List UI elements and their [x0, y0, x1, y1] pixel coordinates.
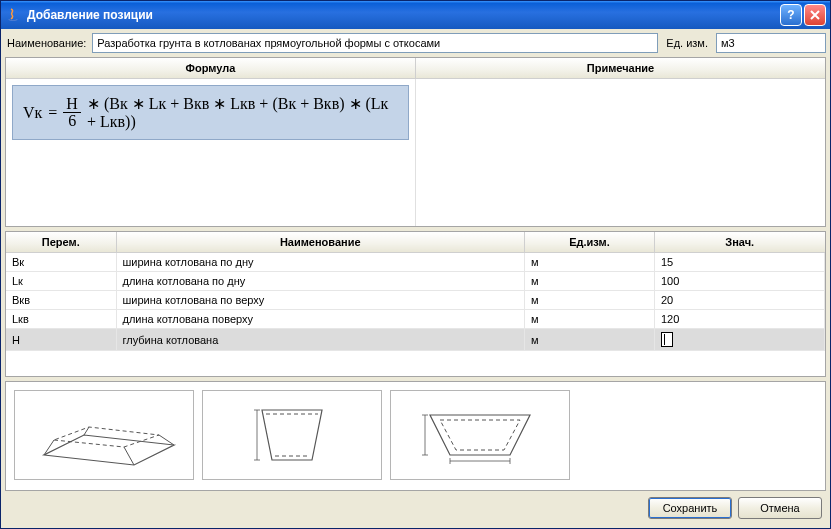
cell-value[interactable]: 100 [655, 272, 825, 291]
cancel-button[interactable]: Отмена [738, 497, 822, 519]
dialog-window: Добавление позиции ? Наименование: Ед. и… [0, 0, 831, 529]
table-row[interactable]: Lкв длина котлована поверху м 120 [6, 310, 825, 329]
shape-thumbnail-top[interactable] [390, 390, 570, 480]
svg-marker-0 [44, 435, 174, 465]
formula-eq: = [48, 104, 57, 122]
cell-unit: м [525, 291, 655, 310]
cell-var: Lкв [6, 310, 116, 329]
fraction-numerator: H [63, 96, 81, 113]
col-header-value[interactable]: Знач. [655, 232, 825, 253]
table-row[interactable]: H глубина котлована м [6, 329, 825, 351]
formula-panel: Формула Примечание Vк = H 6 ∗ (Bк ∗ Lк +… [5, 57, 826, 227]
titlebar[interactable]: Добавление позиции ? [1, 1, 830, 29]
svg-marker-9 [430, 415, 530, 455]
close-button[interactable] [804, 4, 826, 26]
cell-value[interactable]: 20 [655, 291, 825, 310]
formula-fraction: H 6 [63, 96, 81, 129]
variables-table: Перем. Наименование Ед.изм. Знач. Bк шир… [6, 232, 825, 351]
formula-tail: ∗ (Bк ∗ Lк + Bкв ∗ Lкв + (Bк + Bкв) ∗ (L… [87, 94, 398, 131]
cell-var: Bкв [6, 291, 116, 310]
cell-name: глубина котлована [116, 329, 525, 351]
name-row: Наименование: Ед. изм. [5, 33, 826, 53]
table-row[interactable]: Bк ширина котлована по дну м 15 [6, 253, 825, 272]
col-header-formula[interactable]: Формула [6, 58, 416, 79]
svg-marker-6 [262, 410, 322, 460]
name-label: Наименование: [5, 35, 88, 51]
cell-var: H [6, 329, 116, 351]
cell-unit: м [525, 272, 655, 291]
cell-name: длина котлована по дну [116, 272, 525, 291]
cell-value-editing[interactable] [655, 329, 825, 351]
images-panel [5, 381, 826, 491]
cell-name: длина котлована поверху [116, 310, 525, 329]
formula-box[interactable]: Vк = H 6 ∗ (Bк ∗ Lк + Bкв ∗ Lкв + (Bк + … [12, 85, 409, 140]
note-cell[interactable] [416, 79, 825, 226]
window-title: Добавление позиции [27, 8, 778, 22]
cell-unit: м [525, 253, 655, 272]
table-row[interactable]: Lк длина котлована по дну м 100 [6, 272, 825, 291]
cell-value[interactable]: 120 [655, 310, 825, 329]
java-icon [5, 7, 21, 23]
formula-lhs: Vк [23, 104, 42, 122]
footer-buttons: Сохранить Отмена [5, 495, 826, 521]
content-area: Наименование: Ед. изм. Формула Примечани… [1, 29, 830, 528]
formula-cell[interactable]: Vк = H 6 ∗ (Bк ∗ Lк + Bкв ∗ Lкв + (Bк + … [6, 79, 416, 226]
col-header-var[interactable]: Перем. [6, 232, 116, 253]
svg-marker-10 [440, 420, 520, 450]
unit-label: Ед. изм. [662, 35, 712, 51]
help-button[interactable]: ? [780, 4, 802, 26]
fraction-denominator: 6 [65, 113, 79, 129]
cell-var: Lк [6, 272, 116, 291]
col-header-note[interactable]: Примечание [416, 58, 825, 79]
table-row[interactable]: Bкв ширина котлована по верху м 20 [6, 291, 825, 310]
shape-thumbnail-front[interactable] [202, 390, 382, 480]
col-header-name[interactable]: Наименование [116, 232, 525, 253]
cell-var: Bк [6, 253, 116, 272]
cell-name: ширина котлована по верху [116, 291, 525, 310]
col-header-unit[interactable]: Ед.изм. [525, 232, 655, 253]
name-input[interactable] [92, 33, 658, 53]
value-editor[interactable] [661, 332, 673, 347]
shape-thumbnail-3d[interactable] [14, 390, 194, 480]
unit-input[interactable] [716, 33, 826, 53]
svg-line-3 [124, 447, 134, 465]
variables-panel: Перем. Наименование Ед.изм. Знач. Bк шир… [5, 231, 826, 377]
cell-value[interactable]: 15 [655, 253, 825, 272]
cell-unit: м [525, 329, 655, 351]
save-button[interactable]: Сохранить [648, 497, 732, 519]
cell-name: ширина котлована по дну [116, 253, 525, 272]
cell-unit: м [525, 310, 655, 329]
